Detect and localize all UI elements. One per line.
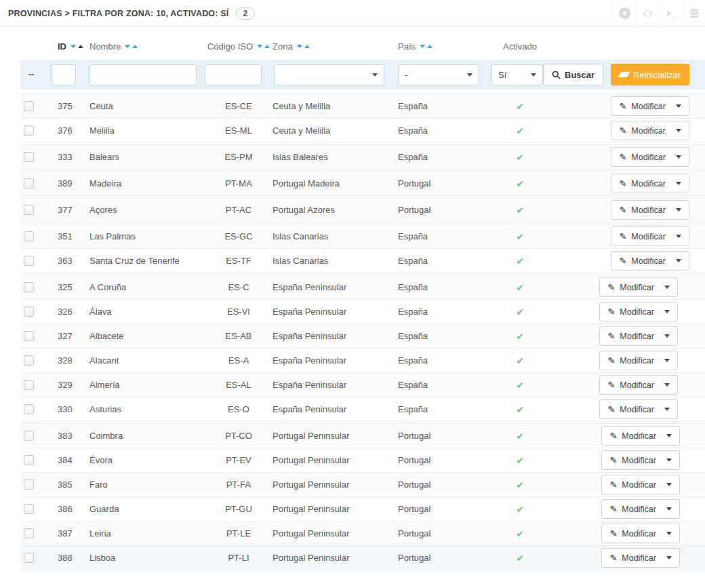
row-checkbox[interactable] [24, 205, 34, 215]
row-checkbox[interactable] [24, 504, 34, 514]
table-header-row: IDNombreCódigo ISOZonaPaísActivado [20, 33, 705, 60]
filter-codigo-iso-input[interactable] [205, 64, 262, 85]
modify-button[interactable]: ✎ Modificar [611, 174, 689, 193]
active-check-icon[interactable]: ✔ [516, 307, 524, 317]
modify-button[interactable]: ✎ Modificar [599, 326, 678, 346]
active-check-icon[interactable]: ✔ [516, 528, 524, 539]
row-checkbox[interactable] [24, 528, 34, 538]
caret-down-icon [666, 434, 672, 437]
active-check-icon[interactable]: ✔ [516, 404, 524, 415]
active-check-icon[interactable]: ✔ [516, 455, 524, 466]
sort-desc-arrow[interactable] [70, 45, 76, 48]
sort-arrows [297, 45, 310, 48]
column-header-pais: País [398, 41, 500, 52]
cell-codigo-iso: ES-CE [205, 101, 273, 111]
cell-codigo-iso: ES-C [205, 282, 273, 292]
active-check-icon[interactable]: ✔ [516, 431, 524, 442]
modify-button[interactable]: ✎ Modificar [601, 450, 680, 470]
modify-button[interactable]: ✎ Modificar [599, 375, 678, 395]
cell-zona: Portugal Madeira [273, 178, 398, 189]
reset-button[interactable]: Reinicializar [611, 64, 689, 85]
caret-down-icon [666, 507, 672, 511]
terminal-button[interactable]: >_ [659, 0, 682, 26]
row-checkbox[interactable] [24, 101, 34, 111]
active-check-icon[interactable]: ✔ [516, 553, 524, 564]
sort-desc-arrow[interactable] [125, 45, 130, 48]
cell-codigo-iso: PT-GU [205, 504, 273, 514]
modify-button[interactable]: ✎ Modificar [601, 548, 680, 568]
row-checkbox[interactable] [24, 455, 34, 465]
sort-desc-arrow[interactable] [297, 45, 302, 48]
active-check-icon[interactable]: ✔ [516, 282, 524, 293]
pencil-icon: ✎ [609, 553, 617, 563]
active-check-icon[interactable]: ✔ [516, 125, 524, 136]
row-checkbox[interactable] [24, 479, 34, 490]
active-check-icon[interactable]: ✔ [516, 205, 524, 216]
refresh-button[interactable] [636, 0, 659, 26]
row-checkbox[interactable] [24, 152, 34, 162]
sort-asc-arrow[interactable] [427, 45, 432, 48]
row-checkbox[interactable] [24, 331, 34, 341]
modify-button[interactable]: ✎ Modificar [611, 147, 689, 167]
active-check-icon[interactable]: ✔ [516, 479, 524, 490]
row-checkbox[interactable] [24, 404, 34, 414]
sql-manager-button[interactable] [682, 0, 705, 26]
search-button[interactable]: Buscar [543, 64, 603, 85]
cell-codigo-iso: ES-PM [205, 152, 273, 162]
modify-button[interactable]: ✎ Modificar [599, 351, 678, 370]
row-checkbox[interactable] [24, 125, 34, 136]
modify-button[interactable]: ✎ Modificar [599, 277, 678, 297]
row-checkbox[interactable] [24, 355, 34, 366]
filter-zona-select[interactable] [274, 64, 384, 85]
cell-codigo-iso: ES-TF [205, 256, 273, 266]
active-check-icon[interactable]: ✔ [516, 152, 524, 163]
sort-asc-arrow[interactable] [132, 45, 138, 48]
cell-nombre: Las Palmas [89, 231, 205, 241]
filter-activado-select[interactable]: Sí [491, 64, 543, 85]
row-checkbox[interactable] [24, 282, 34, 292]
modify-button[interactable]: ✎ Modificar [601, 426, 680, 446]
filter-pais-select[interactable]: - [398, 64, 479, 85]
add-new-button[interactable]: + [613, 0, 636, 26]
modify-button[interactable]: ✎ Modificar [611, 200, 689, 220]
active-check-icon[interactable]: ✔ [516, 331, 524, 342]
modify-button[interactable]: ✎ Modificar [601, 499, 680, 519]
modify-button[interactable]: ✎ Modificar [611, 96, 689, 116]
active-check-icon[interactable]: ✔ [516, 355, 524, 366]
sort-desc-arrow[interactable] [257, 45, 262, 48]
cell-nombre: Álava [89, 307, 205, 317]
active-check-icon[interactable]: ✔ [516, 380, 524, 391]
modify-button[interactable]: ✎ Modificar [611, 251, 689, 271]
sort-asc-arrow[interactable] [78, 45, 83, 48]
active-check-icon[interactable]: ✔ [516, 504, 524, 515]
active-check-icon[interactable]: ✔ [516, 178, 524, 189]
active-check-icon[interactable]: ✔ [516, 231, 524, 242]
column-header-codigo-iso: Código ISO [205, 41, 273, 52]
filter-id-input[interactable] [52, 64, 76, 85]
row-checkbox[interactable] [24, 380, 34, 390]
sort-asc-arrow[interactable] [304, 45, 310, 48]
filter-nombre-input[interactable] [89, 64, 197, 85]
modify-button[interactable]: ✎ Modificar [611, 121, 689, 140]
cell-id: 389 [42, 178, 89, 189]
row-checkbox[interactable] [24, 431, 34, 441]
pencil-icon: ✎ [619, 205, 626, 215]
modify-button-label: Modificar [620, 307, 654, 317]
modify-button[interactable]: ✎ Modificar [599, 302, 678, 321]
row-checkbox[interactable] [24, 178, 34, 189]
active-check-icon[interactable]: ✔ [516, 256, 524, 267]
cell-pais: España [398, 380, 500, 390]
row-checkbox[interactable] [24, 256, 34, 266]
modify-button[interactable]: ✎ Modificar [599, 399, 678, 419]
sort-asc-arrow[interactable] [264, 45, 270, 48]
row-checkbox[interactable] [24, 307, 34, 317]
modify-button[interactable]: ✎ Modificar [601, 524, 680, 543]
pencil-icon: ✎ [609, 504, 617, 514]
sort-desc-arrow[interactable] [420, 45, 425, 48]
row-checkbox[interactable] [24, 231, 34, 241]
active-check-icon[interactable]: ✔ [516, 101, 524, 112]
modify-button[interactable]: ✎ Modificar [601, 475, 680, 494]
cell-zona: Islas Canarias [273, 231, 398, 241]
row-checkbox[interactable] [24, 553, 34, 563]
modify-button[interactable]: ✎ Modificar [611, 227, 689, 246]
